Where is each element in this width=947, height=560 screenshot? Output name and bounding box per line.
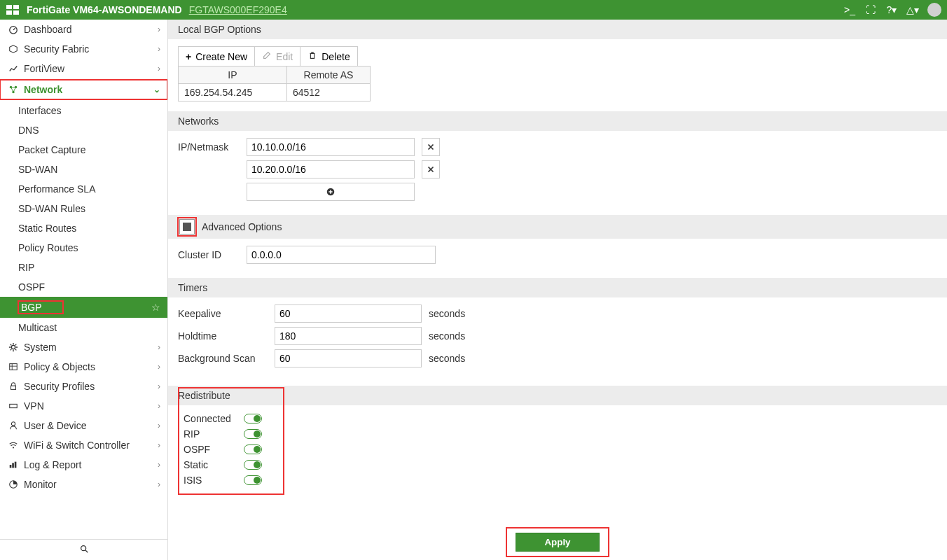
help-icon[interactable]: ?▾: [884, 4, 899, 15]
remove-network-1[interactable]: [422, 160, 440, 178]
section-advanced: Advanced Options: [168, 215, 947, 239]
ip-netmask-input-1[interactable]: [247, 160, 415, 178]
redistribute-static: Static: [184, 457, 262, 472]
nav-vpn[interactable]: VPN›: [0, 396, 167, 416]
search-icon[interactable]: [79, 544, 89, 556]
redistribute-ospf: OSPF: [184, 442, 262, 457]
nav-multicast[interactable]: Multicast: [0, 318, 167, 337]
chevron-right-icon: ›: [158, 24, 160, 34]
top-bar: FortiGate VM64-AWSONDEMAND FGTAWS000EF29…: [0, 0, 947, 20]
gear-icon: [7, 342, 20, 352]
nav-policy-objects[interactable]: Policy & Objects›: [0, 357, 167, 377]
wifi-icon: [7, 440, 20, 450]
delete-button[interactable]: Delete: [300, 46, 357, 66]
keepalive-input[interactable]: [275, 304, 422, 323]
ip-netmask-label: IP/Netmask: [178, 141, 240, 153]
section-local-bgp: Local BGP Options: [168, 20, 947, 39]
add-network-button[interactable]: [247, 183, 415, 201]
chevron-down-icon: ⌄: [153, 85, 160, 94]
chevron-right-icon: ›: [158, 382, 160, 391]
nav-dashboard[interactable]: Dashboard›: [0, 20, 167, 39]
svg-rect-12: [15, 462, 17, 468]
toggle-connected[interactable]: [244, 414, 262, 424]
avatar[interactable]: [927, 3, 941, 17]
svg-point-14: [81, 546, 85, 551]
nav-performance-sla[interactable]: Performance SLA: [0, 179, 167, 199]
nav-security-profiles[interactable]: Security Profiles›: [0, 377, 167, 396]
trash-icon: [307, 50, 317, 62]
sidebar: Dashboard› Security Fabric› FortiView› N…: [0, 20, 168, 560]
nav-monitor[interactable]: Monitor›: [0, 475, 167, 494]
star-icon[interactable]: ☆: [151, 302, 160, 313]
nav-network[interactable]: Network⌄: [0, 80, 167, 99]
plus-icon: +: [186, 51, 191, 62]
nav-sdwan[interactable]: SD-WAN: [0, 160, 167, 179]
redistribute-connected: Connected: [184, 411, 262, 426]
cli-icon[interactable]: >_: [842, 4, 857, 15]
chevron-right-icon: ›: [158, 401, 160, 411]
serial-number[interactable]: FGTAWS000EF290E4: [189, 4, 287, 15]
nav-interfaces[interactable]: Interfaces: [0, 101, 167, 120]
holdtime-input[interactable]: [275, 327, 422, 345]
nav-footer: [0, 539, 167, 560]
vpn-icon: [7, 401, 20, 411]
cluster-id-input[interactable]: [247, 246, 436, 264]
fullscreen-icon[interactable]: ⛶: [863, 4, 878, 15]
pie-icon: [7, 479, 20, 489]
nav-policy-routes[interactable]: Policy Routes: [0, 238, 167, 258]
svg-rect-10: [10, 465, 12, 468]
chevron-right-icon: ›: [158, 64, 160, 74]
keepalive-label: Keepalive: [178, 308, 268, 319]
edit-button[interactable]: Edit: [255, 46, 300, 66]
redistribute-rip: RIP: [184, 426, 262, 442]
chevron-right-icon: ›: [158, 479, 160, 489]
section-timers: Timers: [168, 278, 947, 298]
redistribute-isis: ISIS: [184, 472, 262, 488]
nav-bgp[interactable]: BGP☆: [0, 297, 167, 318]
gauge-icon: [7, 24, 20, 34]
nav-packet-capture[interactable]: Packet Capture: [0, 140, 167, 160]
remove-network-0[interactable]: [422, 138, 440, 156]
user-icon: [7, 421, 20, 430]
create-new-button[interactable]: +Create New: [178, 46, 255, 66]
col-remote-as[interactable]: Remote AS: [286, 66, 370, 84]
nav-ospf[interactable]: OSPF: [0, 277, 167, 297]
nav-wifi-switch[interactable]: WiFi & Switch Controller›: [0, 435, 167, 455]
nav-system[interactable]: System›: [0, 337, 167, 357]
nav-dns[interactable]: DNS: [0, 120, 167, 140]
col-ip[interactable]: IP: [179, 66, 287, 84]
svg-point-9: [13, 447, 14, 448]
section-redistribute: Redistribute: [168, 386, 947, 405]
table-row[interactable]: 169.254.54.24564512: [179, 84, 371, 102]
toggle-isis[interactable]: [244, 475, 262, 485]
svg-point-4: [11, 345, 15, 349]
chevron-right-icon: ›: [158, 44, 160, 54]
chevron-right-icon: ›: [158, 440, 160, 450]
chevron-right-icon: ›: [158, 342, 160, 352]
toggle-static[interactable]: [244, 460, 262, 470]
nav-log-report[interactable]: Log & Report›: [0, 455, 167, 475]
nav-security-fabric[interactable]: Security Fabric›: [0, 39, 167, 59]
nav-fortiview[interactable]: FortiView›: [0, 59, 167, 78]
nav-rip[interactable]: RIP: [0, 258, 167, 277]
section-networks: Networks: [168, 111, 947, 131]
ip-netmask-input-0[interactable]: [247, 138, 415, 156]
pencil-icon: [262, 50, 272, 62]
bgscan-input[interactable]: [275, 349, 422, 368]
toggle-rip[interactable]: [244, 429, 262, 439]
toggle-ospf[interactable]: [244, 444, 262, 454]
nav-static-routes[interactable]: Static Routes: [0, 218, 167, 238]
chevron-right-icon: ›: [158, 460, 160, 470]
apply-button[interactable]: Apply: [516, 533, 599, 552]
svg-rect-7: [10, 404, 18, 407]
nav-sdwan-rules[interactable]: SD-WAN Rules: [0, 199, 167, 218]
notification-icon[interactable]: △▾: [905, 4, 920, 15]
holdtime-label: Holdtime: [178, 330, 268, 342]
bgp-neighbor-table: IPRemote AS 169.254.54.24564512: [178, 66, 371, 102]
bgscan-label: Background Scan: [178, 353, 268, 364]
nav-user-device[interactable]: User & Device›: [0, 416, 167, 435]
svg-point-8: [11, 422, 15, 426]
chevron-right-icon: ›: [158, 421, 160, 430]
svg-rect-11: [12, 463, 14, 468]
advanced-toggle[interactable]: [179, 219, 195, 234]
